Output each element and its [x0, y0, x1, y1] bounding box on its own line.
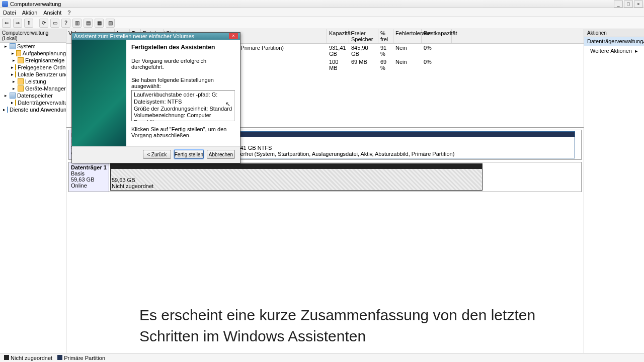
- expand-icon[interactable]: ▸: [3, 107, 6, 112]
- properties-button[interactable]: ▭: [50, 19, 59, 28]
- disk-block: Datenträger 1Basis59,63 GBOnline59,63 GB…: [68, 162, 582, 192]
- toolbar: ⇐ ⇒ ⇑ ⟳ ▭ ? ▥ ▤ ▦ ▧: [0, 17, 644, 29]
- folder-icon: [18, 78, 24, 84]
- tree-node[interactable]: ▸Ereignisanzeige: [0, 57, 66, 64]
- actions-subheader[interactable]: Datenträgerverwaltung▴: [584, 37, 644, 46]
- partition[interactable]: (C:)931,41 GB NTFSFehlerfrei (System, St…: [228, 131, 575, 158]
- folder-icon: [10, 93, 16, 99]
- up-button[interactable]: ⇑: [24, 19, 33, 28]
- dialog-close-button[interactable]: ×: [229, 33, 238, 39]
- column-header[interactable]: Kapazität: [327, 29, 349, 43]
- expand-icon[interactable]: ▸: [3, 44, 8, 49]
- finish-button[interactable]: Fertig stellen: [174, 150, 204, 159]
- wizard-dialog: Assistent zum Erstellen neuer einfacher …: [71, 32, 240, 163]
- expand-icon[interactable]: ▸: [11, 51, 15, 56]
- tool-button[interactable]: ▧: [106, 19, 115, 28]
- forward-button[interactable]: ⇒: [13, 19, 22, 28]
- tool-button[interactable]: ▥: [72, 19, 82, 28]
- summary-listbox[interactable]: Laufwerkbuchstabe oder -pfad: G:Dateisys…: [131, 90, 235, 121]
- summary-line: Dateisystem: NTFS: [134, 99, 232, 106]
- actions-pane: Aktionen Datenträgerverwaltung▴ Weitere …: [584, 29, 644, 356]
- tree-node[interactable]: ▸Freigegebene Ordner: [0, 64, 66, 71]
- menu-ansicht[interactable]: Ansicht: [43, 10, 61, 16]
- dialog-banner: [72, 40, 126, 146]
- expand-icon[interactable]: ▸: [11, 72, 14, 77]
- partition[interactable]: 59,63 GBNicht zugeordnet: [110, 163, 482, 191]
- folder-icon: [15, 64, 16, 70]
- chevron-right-icon: ▸: [635, 48, 638, 54]
- legend-item: Nicht zugeordnet: [4, 355, 52, 361]
- app-icon: [2, 1, 8, 7]
- folder-icon: [15, 71, 16, 77]
- folder-icon: [16, 50, 21, 56]
- expand-icon[interactable]: ▸: [11, 58, 16, 63]
- expand-icon[interactable]: ▸: [11, 65, 14, 70]
- dialog-titlebar[interactable]: Assistent zum Erstellen neuer einfacher …: [72, 33, 240, 40]
- column-header[interactable]: Restkapazität: [422, 29, 452, 43]
- expand-icon[interactable]: ▸: [11, 86, 16, 91]
- window-title: Computerverwaltung: [10, 1, 61, 7]
- legend-item: Primäre Partition: [57, 355, 105, 361]
- tool-button[interactable]: ▦: [95, 19, 104, 28]
- expand-icon[interactable]: ▸: [11, 79, 16, 84]
- dialog-text: Klicken Sie auf "Fertig stellen", um den…: [131, 126, 235, 138]
- caption-overlay: Es erscheint eine kurze Zusammenfassung …: [139, 305, 584, 347]
- column-header[interactable]: % frei: [378, 29, 393, 43]
- summary-line: Volumebezeichnung: Computer Republik: [134, 112, 232, 121]
- window-titlebar: Computerverwaltung _ □ ×: [0, 0, 644, 8]
- dialog-text: Sie haben folgende Einstellungen ausgewä…: [131, 77, 235, 89]
- help-button[interactable]: ?: [61, 19, 70, 28]
- column-header[interactable]: Freier Speicher: [349, 29, 378, 43]
- tree-root[interactable]: Computerverwaltung (Lokal): [0, 29, 66, 43]
- folder-icon: [18, 85, 24, 92]
- tree-node[interactable]: ▸Lokale Benutzer und Gr: [0, 71, 66, 78]
- minimize-button[interactable]: _: [614, 1, 623, 8]
- summary-line: Größe der Zuordnungseinheit: Standard: [134, 106, 232, 113]
- expand-icon[interactable]: ▸: [11, 100, 14, 105]
- refresh-button[interactable]: ⟳: [39, 19, 48, 28]
- expand-icon[interactable]: ▸: [3, 93, 8, 98]
- back-button[interactable]: ⇐: [2, 19, 11, 28]
- tree-node[interactable]: ▸Leistung: [0, 78, 66, 85]
- dialog-text: Der Vorgang wurde erfolgreich durchgefüh…: [131, 58, 235, 70]
- tree-node[interactable]: ▸System: [0, 43, 66, 50]
- column-header[interactable]: Fehlertoleranz: [393, 29, 422, 43]
- navigation-tree: Computerverwaltung (Lokal) ▸System▸Aufga…: [0, 29, 66, 356]
- menu-aktion[interactable]: Aktion: [22, 10, 38, 16]
- actions-header: Aktionen: [584, 29, 644, 37]
- menu-datei[interactable]: Datei: [3, 10, 16, 16]
- statusbar: Nicht zugeordnetPrimäre Partition: [0, 353, 644, 362]
- disk-meta[interactable]: Datenträger 1Basis59,63 GBOnline: [69, 162, 109, 192]
- tree-node[interactable]: ▸Dienste und Anwendungen: [0, 106, 66, 113]
- tree-node[interactable]: ▸Aufgabenplanung: [0, 50, 66, 57]
- back-button[interactable]: < Zurück: [143, 150, 171, 159]
- folder-icon: [10, 43, 16, 49]
- tool-button[interactable]: ▤: [84, 19, 93, 28]
- actions-more[interactable]: Weitere Aktionen ▸: [584, 46, 644, 56]
- folder-icon: [18, 57, 24, 63]
- menu-?[interactable]: ?: [67, 10, 70, 16]
- close-button[interactable]: ×: [634, 1, 643, 8]
- summary-line: Laufwerkbuchstabe oder -pfad: G:: [134, 92, 232, 99]
- maximize-button[interactable]: □: [624, 1, 633, 8]
- tree-node[interactable]: ▸Datenspeicher: [0, 92, 66, 99]
- folder-icon: [7, 107, 8, 113]
- cancel-button[interactable]: Abbrechen: [207, 150, 235, 159]
- menubar: DateiAktionAnsicht?: [0, 8, 644, 17]
- tree-node[interactable]: ▸Datenträgerverwaltung: [0, 99, 66, 106]
- tree-node[interactable]: ▸Geräte-Manager: [0, 85, 66, 92]
- folder-icon: [15, 100, 16, 106]
- dialog-heading: Fertigstellen des Assistenten: [131, 44, 235, 51]
